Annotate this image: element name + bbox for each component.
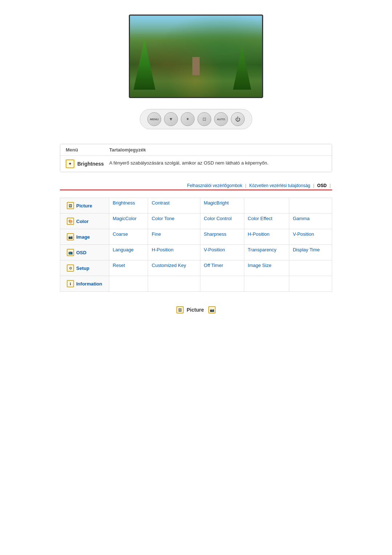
navigation-table: 🖼 Picture Brightness Contrast MagicBrigh…: [60, 198, 332, 292]
brightness-button[interactable]: ✦: [181, 112, 195, 126]
customized-key-link[interactable]: Customized Key: [152, 263, 186, 268]
coarse-link[interactable]: Coarse: [113, 231, 128, 237]
picture-footer-icon2: 📷: [208, 306, 216, 313]
off-timer-link[interactable]: Off Timer: [204, 263, 223, 268]
v-position-image-link[interactable]: V-Position: [293, 231, 314, 237]
contents-col-header: Tartalomjegyzék: [109, 147, 326, 153]
magiccolor-link[interactable]: MagicColor: [113, 216, 137, 221]
setup-section-cell: ⚙ Setup: [64, 263, 105, 274]
breadcrumb: Felhasználói vezérlőgombok | Közvetlen v…: [60, 183, 332, 190]
osd-icon: 📺: [67, 249, 74, 256]
table-row: 🎨 Color MagicColor Color Tone Color Cont…: [60, 214, 332, 229]
picture-section-label[interactable]: Picture: [76, 203, 92, 208]
breadcrumb-sep3: |: [330, 183, 331, 188]
source-button[interactable]: ⊡: [197, 112, 211, 126]
breadcrumb-item2[interactable]: Közvetlen vezérlési tulajdonság: [249, 183, 310, 188]
image-icon: 📷: [67, 233, 74, 240]
menu-item-cell: ✦ Brightness: [66, 159, 109, 168]
menu-info-table: Menü Tartalomjegyzék ✦ Brightness A fény…: [60, 144, 332, 172]
fine-link[interactable]: Fine: [152, 231, 161, 237]
table-row: ℹ Information: [60, 276, 332, 292]
color-section-label[interactable]: Color: [76, 219, 89, 224]
display-time-link[interactable]: Display Time: [293, 247, 320, 252]
monitor-display: [129, 15, 263, 98]
magicbright-link[interactable]: MagicBright: [204, 200, 229, 206]
image-section-cell: 📷 Image: [64, 231, 105, 242]
language-link[interactable]: Language: [113, 247, 134, 252]
control-buttons-row: MENU ▼ ✦ ⊡ AUTO ⏻: [140, 109, 252, 129]
gamma-link[interactable]: Gamma: [293, 216, 310, 221]
osd-section-label[interactable]: OSD: [76, 250, 86, 255]
information-section-cell: ℹ Information: [64, 278, 105, 289]
reset-link[interactable]: Reset: [113, 263, 125, 268]
image-section-label[interactable]: Image: [76, 234, 90, 240]
breadcrumb-item1[interactable]: Felhasználói vezérlőgombok: [187, 183, 242, 188]
menu-col-header: Menü: [66, 147, 109, 153]
image-size-link[interactable]: Image Size: [248, 263, 271, 268]
h-position-osd-link[interactable]: H-Position: [152, 247, 173, 252]
picture-footer-icon: 🖼: [176, 306, 184, 313]
picture-footer-label: Picture: [187, 307, 204, 313]
v-position-osd-link[interactable]: V-Position: [204, 247, 225, 252]
power-button[interactable]: ⏻: [231, 112, 245, 126]
h-position-image-link[interactable]: H-Position: [248, 231, 270, 237]
color-effect-link[interactable]: Color Effect: [248, 216, 273, 221]
contrast-link[interactable]: Contrast: [152, 200, 170, 206]
color-icon: 🎨: [67, 218, 74, 225]
brightness-link[interactable]: Brightness: [113, 200, 135, 206]
table-row: 📺 OSD Language H-Position V-Position Tra…: [60, 245, 332, 260]
brightness-label: Brightness: [77, 161, 104, 167]
table-row: ⚙ Setup Reset Customized Key Off Timer I…: [60, 260, 332, 276]
breadcrumb-sep1: |: [245, 183, 246, 188]
breadcrumb-item3: OSD: [317, 183, 327, 188]
information-section-label[interactable]: Information: [76, 281, 102, 287]
brightness-description: A fényerő szabályozására szolgál, amikor…: [109, 159, 326, 167]
sharpness-link[interactable]: Sharpness: [204, 231, 226, 237]
information-icon: ℹ: [67, 280, 74, 287]
setup-section-label[interactable]: Setup: [76, 266, 89, 271]
picture-section-cell: 🖼 Picture: [64, 200, 105, 211]
color-control-link[interactable]: Color Control: [204, 216, 232, 221]
auto-button[interactable]: AUTO: [214, 112, 228, 126]
table-row: 📷 Image Coarse Fine Sharpness H-Position…: [60, 229, 332, 245]
color-tone-link[interactable]: Color Tone: [152, 216, 175, 221]
transparency-link[interactable]: Transparency: [248, 247, 277, 252]
picture-icon: 🖼: [67, 202, 74, 209]
color-section-cell: 🎨 Color: [64, 216, 105, 227]
menu-button[interactable]: MENU: [147, 112, 161, 126]
setup-icon: ⚙: [67, 264, 74, 272]
breadcrumb-sep2: |: [313, 183, 314, 188]
osd-section-cell: 📺 OSD: [64, 247, 105, 258]
down-volume-button[interactable]: ▼: [164, 112, 178, 126]
table-row: 🖼 Picture Brightness Contrast MagicBrigh…: [60, 198, 332, 214]
brightness-icon: ✦: [66, 159, 74, 168]
picture-footer: 🖼 Picture 📷: [176, 306, 215, 313]
